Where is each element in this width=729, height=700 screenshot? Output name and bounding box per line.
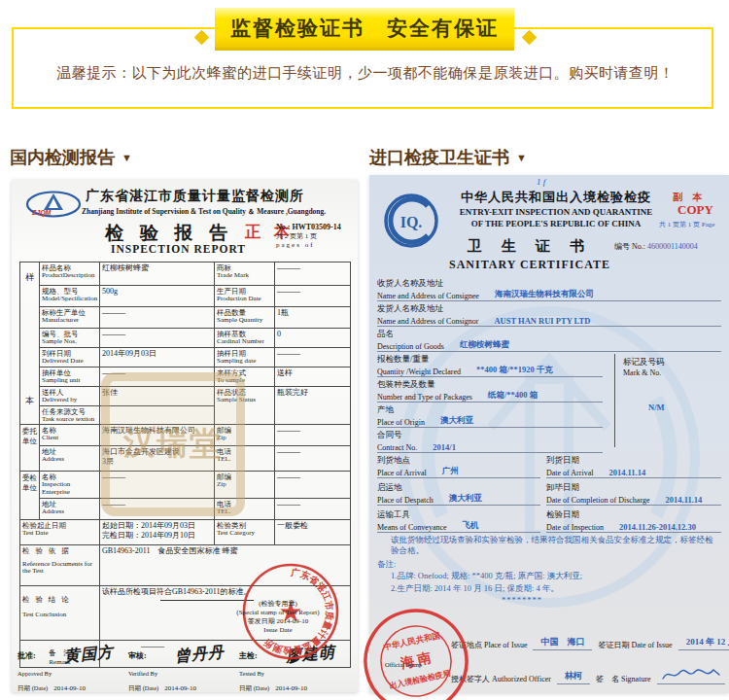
cell-value: ——— xyxy=(277,447,348,457)
signer-role-cn: 批准: xyxy=(17,651,36,660)
date-of-issue-value: 2014 年 12 月 3 xyxy=(678,636,729,650)
cell-value: 海口市金盘开发区建设 xyxy=(102,447,212,457)
section-title-import-certificate[interactable]: 进口检疫卫生证书 ▼ xyxy=(369,146,527,169)
field-label-cn: 品名 xyxy=(377,329,721,339)
cell-value: ——— xyxy=(277,500,348,509)
report-org-name-en: Zhanjiang Institute of Supervision & Tes… xyxy=(82,207,326,217)
field-label-cn: 启运地 xyxy=(377,482,540,493)
label-cell: 检验起止日期Test Date xyxy=(20,519,100,544)
field-label-en: Place of Origin xyxy=(377,418,425,427)
value-cell: ——— xyxy=(275,472,351,498)
cert-title-en: SANITARY CERTIFICATE xyxy=(369,258,690,272)
cell-value: 完检日期：2014年09月10日 xyxy=(102,531,212,541)
field-label-cn: 发货人名称及地址 xyxy=(377,303,721,314)
value-cell: ——— xyxy=(275,286,351,307)
field-packages: 包装种类及数量 Number and Type of Packages纸箱/**… xyxy=(377,379,603,402)
group-label: 受检单位 xyxy=(22,473,37,492)
cert-footer: 签证地点 Place of Issue 中国 海口 签证日期 Date of I… xyxy=(451,636,729,700)
label-cell: 抽样基数Cardinal Number xyxy=(215,329,275,348)
cell-value: ——— xyxy=(102,330,212,339)
field-value: 2014.11.14 xyxy=(608,468,645,477)
date-value: 2014-09-10 xyxy=(164,684,196,692)
label-cell: 地址Address xyxy=(40,498,100,519)
date-label: 日期 (Date) xyxy=(128,684,158,691)
remark-line: 2.生产日期: 2014 年 10 月 16 日; 保质期: 4 年。 xyxy=(391,582,713,594)
svg-text:ZJQM: ZJQM xyxy=(31,209,52,217)
table-row: 地址Address 海口市金盘开发区建设3层 电话TEL. ——— xyxy=(20,446,351,472)
section-title-label: 进口检疫卫生证书 xyxy=(369,148,509,167)
label-en: TEL. xyxy=(217,508,272,516)
field-consignee: 收货人名称及地址 Name and Address of Consignee海南… xyxy=(377,278,721,301)
signer-verified: 审核:Verified By 曾丹丹 日期 (Date)2014-09-10 xyxy=(128,645,239,693)
cert-statement: 该批货物经过现场查验和实验室检验，结果符合我国相关食品安全标准之规定，标签经检验… xyxy=(391,535,717,556)
cell-value: 张佳 xyxy=(102,388,212,398)
field-label-cn: 到货地点 xyxy=(377,455,540,466)
label-cell: 任务来源文号Task source textion xyxy=(40,405,100,425)
cert-header-cn: 中华人民共和国出入境检验检疫 xyxy=(437,189,675,206)
field-label-cn: 合同号 xyxy=(377,430,603,440)
field-label-cn: 检验日期 xyxy=(546,509,721,520)
signature-scribble-icon xyxy=(657,666,725,684)
field-value: 澳大利亚 xyxy=(440,415,473,427)
label-cell: 检 验 依 据Reference Documents for the Test xyxy=(20,544,100,585)
value-cell: ——— xyxy=(100,498,215,519)
label-en: Delivered by xyxy=(42,397,97,404)
cell-value: 红柳桉树蜂蜜 xyxy=(102,263,212,273)
cell-value: 瓶装完好 xyxy=(277,388,348,398)
label-en: ProductDescription xyxy=(42,272,97,280)
label-cell: 电话TEL. xyxy=(215,498,275,519)
report-title-en: INSPECTION REPORT xyxy=(111,243,246,255)
field-value: **400 箱/**1920 千克 xyxy=(476,365,553,376)
table-row: 到样日期Delivered Date 2014年09月03日 抽样日期Sampl… xyxy=(20,348,351,368)
label-en: Cardinal Number xyxy=(217,338,272,346)
pair-row: 运输工具 Means of Conveyance飞机 检验日期 Date of … xyxy=(377,509,721,535)
field-inspection-date: 检验日期 Date of Inspection2014.11.26-2014.1… xyxy=(546,509,721,533)
label-cn: 检 验 结 论 xyxy=(22,595,97,604)
group-sample-bottom: 本 xyxy=(22,395,37,407)
cert-number-label: 编号 No.: xyxy=(614,242,645,251)
field-value: 广州 xyxy=(442,466,459,477)
label-en: Production Date xyxy=(217,296,272,303)
report-pages-cn: 共 2 页第 1 页 xyxy=(276,232,354,241)
inspection-report-document: ZJQM 广东省湛江市质量计量监督检测所 Zhanjiang Institute… xyxy=(12,180,358,692)
field-label-cn: 到货日期 xyxy=(546,455,721,466)
field-label-cn: 产地 xyxy=(377,404,603,415)
notice-text: 温馨提示：以下为此次蜂蜜的进口手续证明，少一项都不能确保是原装进口。购买时请查明… xyxy=(56,64,675,83)
label-en: Sampling unit xyxy=(42,377,97,385)
field-goods: 品名 Description of Goods红柳桉树蜂蜜 xyxy=(377,329,721,352)
field-value: 2014.11.14 xyxy=(666,495,703,505)
date-label: 日期 (Date) xyxy=(17,684,48,691)
field-label-en: Place of Arrival xyxy=(377,469,427,477)
field-label-cn: 运输工具 xyxy=(377,509,540,520)
cert-remarks: 备注: 1.品牌: Onefood; 规格: **400 克/瓶; 原产国: 澳… xyxy=(377,558,713,606)
value-cell: ——— xyxy=(275,498,351,519)
official-stamp-caption: Official Stamp xyxy=(385,661,422,668)
stamp-caption-cn: (检验专用章) xyxy=(202,600,354,609)
value-cell: ——— xyxy=(275,262,351,286)
field-label-cn: 收货人名称及地址 xyxy=(377,278,721,289)
label-en: Address xyxy=(42,456,97,464)
report-number-block: No.: HWT03509-14 共 2 页第 1 页 pages of xyxy=(276,223,354,250)
handwritten-annotation: 1 f xyxy=(537,177,545,187)
stamp-line3: 出入境检验检疫局 xyxy=(389,668,452,690)
field-label-en: Quantity /Weight Declared xyxy=(377,368,461,376)
stamp-caption: (检验专用章) (Special stamp of Test Report) 签… xyxy=(202,600,354,635)
field-quantity: 报检数量/重量 Quantity /Weight Declared**400 箱… xyxy=(377,354,603,377)
label-en: Zip xyxy=(217,481,272,489)
report-number: No.: HWT03509-14 xyxy=(276,223,354,232)
label-en: Inspection Enterprise xyxy=(42,481,97,496)
label-en: Address xyxy=(42,508,97,516)
section-title-domestic-report[interactable]: 国内检测报告 ▼ xyxy=(10,146,132,169)
label-cell: 抽样单位Sampling unit xyxy=(40,368,100,387)
label-en: To sample xyxy=(217,377,272,385)
value-cell: 瓶装完好 xyxy=(275,387,351,425)
label-en: Sample Quantity xyxy=(217,317,272,325)
label-en: Trade Mark xyxy=(217,272,272,280)
value-cell: ——— xyxy=(100,472,215,498)
field-value: N/M xyxy=(648,402,715,412)
cert-pages: 共 1 页第 1 页 Page xyxy=(659,220,714,229)
cell-value: 0 xyxy=(277,330,348,339)
cell-value: ——— xyxy=(277,263,348,273)
label-cell: 到样日期Delivered Date xyxy=(40,348,100,368)
value-cell: 500g xyxy=(100,286,215,307)
